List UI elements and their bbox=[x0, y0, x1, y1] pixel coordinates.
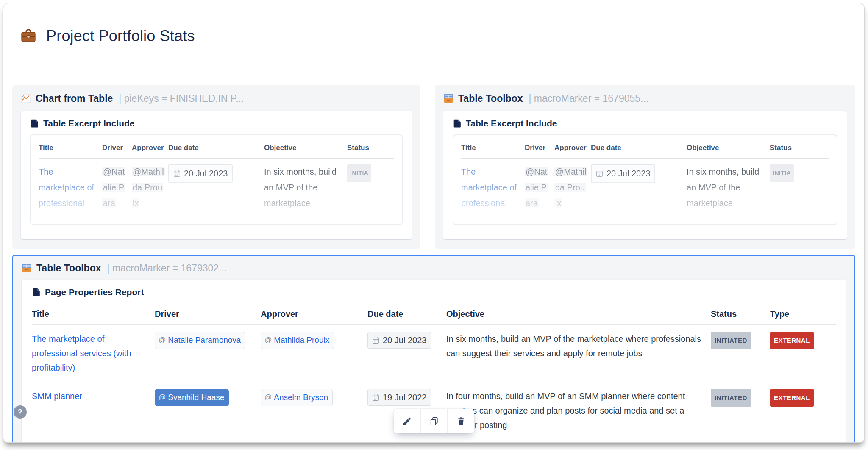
status-badge: INITIATED bbox=[711, 332, 751, 349]
excerpt-objective: In six months, build an MVP of the marke… bbox=[687, 164, 770, 211]
due-date-text: 19 Jul 2022 bbox=[383, 390, 426, 405]
calendar-icon bbox=[372, 394, 379, 401]
panel-table-toolbox-1-header[interactable]: Table Toolbox | macroMarker = 1679055... bbox=[443, 90, 847, 106]
column-header-title: Title bbox=[39, 135, 102, 158]
column-header-objective: Objective bbox=[446, 303, 711, 324]
column-header-driver: Driver bbox=[155, 303, 261, 324]
report-title-link[interactable]: The marketplace of professional services… bbox=[32, 334, 131, 372]
status-badge: INITIATED bbox=[711, 389, 751, 407]
due-date-lozenge[interactable]: 20 Jul 2023 bbox=[367, 332, 431, 349]
excerpt-table-header: Title Driver Approver Due date Objective… bbox=[39, 135, 394, 159]
briefcase-icon bbox=[20, 28, 37, 45]
mention-name: Anselm Bryson bbox=[274, 390, 328, 405]
toolbox-icon bbox=[443, 93, 453, 103]
panel-title: Table Toolbox bbox=[36, 263, 101, 274]
panel-params: | macroMarker = 1679055... bbox=[529, 93, 648, 104]
excerpt-table-row: The marketplace of professional @Natalie… bbox=[461, 164, 829, 225]
document-icon bbox=[31, 119, 39, 128]
column-header-driver: Driver bbox=[525, 135, 554, 158]
help-button[interactable]: ? bbox=[14, 405, 27, 419]
objective-text: In four months, build an MVP of an SMM p… bbox=[446, 382, 711, 439]
report-table-header: Title Driver Approver Due date Objective… bbox=[32, 303, 836, 325]
panel-chart-from-table[interactable]: Chart from Table | pieKeys = FINISHED,IN… bbox=[12, 85, 420, 249]
calendar-icon bbox=[372, 337, 379, 344]
due-date-lozenge[interactable]: 19 Jul 2022 bbox=[367, 389, 431, 406]
panel-title: Chart from Table bbox=[36, 93, 113, 104]
type-badge: EXTERNAL bbox=[770, 389, 814, 407]
panel-params: | macroMarker = 1679302... bbox=[107, 263, 227, 274]
report-section-header: Page Properties Report bbox=[33, 287, 836, 297]
excerpt-heading: Table Excerpt Include bbox=[43, 118, 135, 129]
column-header-due-date: Due date bbox=[367, 303, 446, 324]
chart-icon bbox=[21, 93, 31, 103]
copy-icon bbox=[429, 416, 439, 426]
element-toolbar bbox=[394, 409, 474, 433]
at-symbol: @ bbox=[159, 390, 166, 405]
column-header-type: Type bbox=[770, 303, 836, 324]
column-header-title: Title bbox=[32, 303, 155, 324]
excerpt-card: Table Excerpt Include Title Driver Appro… bbox=[21, 111, 412, 239]
excerpt-due-date-text: 20 Jul 2023 bbox=[184, 166, 228, 182]
mention-name: Natalie Paramonova bbox=[168, 333, 241, 347]
objective-text: In six months, build an MVP of the marke… bbox=[446, 325, 711, 382]
question-mark-icon: ? bbox=[18, 408, 22, 416]
excerpt-table-row: The marketplace of professional @Natalie… bbox=[39, 164, 394, 225]
column-header-approver: Approver bbox=[132, 135, 168, 158]
report-title-link[interactable]: SMM planner bbox=[32, 391, 82, 401]
panel-table-toolbox-2-header[interactable]: Table Toolbox | macroMarker = 1679302... bbox=[22, 260, 846, 276]
excerpt-card: Table Excerpt Include Title Driver Appro… bbox=[443, 111, 847, 239]
approver-mention[interactable]: @ Mathilda Proulx bbox=[261, 332, 334, 349]
type-badge: EXTERNAL bbox=[770, 332, 814, 349]
excerpt-section-header: Table Excerpt Include bbox=[453, 118, 837, 129]
delete-button[interactable] bbox=[448, 409, 474, 433]
at-symbol: @ bbox=[159, 333, 166, 347]
excerpt-table: Title Driver Approver Due date Objective… bbox=[30, 134, 403, 225]
document-icon bbox=[453, 119, 461, 128]
excerpt-approver-mention[interactable]: @Mathilda Proulx bbox=[554, 167, 587, 208]
toolbox-icon bbox=[22, 263, 32, 273]
excerpt-title-link[interactable]: The marketplace of professional bbox=[39, 167, 94, 208]
column-header-status: Status bbox=[770, 135, 829, 158]
excerpt-objective: In six months, build an MVP of the marke… bbox=[264, 164, 347, 211]
app-window: Project Portfolio Stats Chart from Table… bbox=[3, 3, 865, 443]
document-icon bbox=[33, 288, 40, 296]
copy-button[interactable] bbox=[421, 409, 448, 433]
trash-icon bbox=[456, 416, 466, 426]
excerpt-title-link[interactable]: The marketplace of professional bbox=[461, 167, 517, 208]
panel-title: Table Toolbox bbox=[458, 93, 523, 104]
calendar-icon bbox=[596, 170, 603, 177]
excerpt-table-header: Title Driver Approver Due date Objective… bbox=[461, 135, 829, 159]
status-badge: INITIA bbox=[770, 164, 794, 182]
calendar-icon bbox=[173, 170, 181, 177]
at-symbol: @ bbox=[264, 333, 272, 347]
excerpt-driver-mention[interactable]: @Natalie Para bbox=[102, 167, 125, 208]
excerpt-approver-mention[interactable]: @Mathilda Proulx bbox=[132, 167, 165, 208]
edit-pencil-icon bbox=[402, 416, 412, 426]
excerpt-due-date[interactable]: 20 Jul 2023 bbox=[168, 164, 233, 183]
table-row: The marketplace of professional services… bbox=[32, 325, 836, 382]
mention-name: Svanhild Haase bbox=[168, 390, 224, 405]
at-symbol: @ bbox=[264, 390, 272, 405]
page-title-row: Project Portfolio Stats bbox=[20, 25, 855, 47]
excerpt-due-date[interactable]: 20 Jul 2023 bbox=[591, 164, 655, 183]
report-heading: Page Properties Report bbox=[45, 287, 144, 297]
top-panels-row: Chart from Table | pieKeys = FINISHED,IN… bbox=[12, 85, 855, 249]
column-header-status: Status bbox=[347, 135, 394, 158]
driver-mention-selected[interactable]: @ Svanhild Haase bbox=[155, 389, 229, 406]
panel-params: | pieKeys = FINISHED,IN P... bbox=[119, 93, 244, 104]
column-header-driver: Driver bbox=[102, 135, 132, 158]
excerpt-table: Title Driver Approver Due date Objective… bbox=[453, 134, 837, 225]
page-title: Project Portfolio Stats bbox=[46, 27, 195, 45]
approver-mention[interactable]: @ Anselm Bryson bbox=[261, 389, 333, 406]
panel-chart-from-table-header[interactable]: Chart from Table | pieKeys = FINISHED,IN… bbox=[21, 90, 412, 106]
mention-name: Mathilda Proulx bbox=[274, 333, 329, 347]
column-header-objective: Objective bbox=[687, 135, 770, 158]
driver-mention[interactable]: @ Natalie Paramonova bbox=[155, 332, 245, 349]
excerpt-driver-mention[interactable]: @Natalie Para bbox=[525, 167, 548, 208]
excerpt-heading: Table Excerpt Include bbox=[466, 118, 557, 129]
excerpt-due-date-text: 20 Jul 2023 bbox=[606, 166, 650, 182]
edit-button[interactable] bbox=[394, 409, 420, 433]
column-header-approver: Approver bbox=[261, 303, 367, 324]
column-header-title: Title bbox=[461, 135, 525, 158]
panel-table-toolbox-1[interactable]: Table Toolbox | macroMarker = 1679055...… bbox=[435, 85, 855, 249]
